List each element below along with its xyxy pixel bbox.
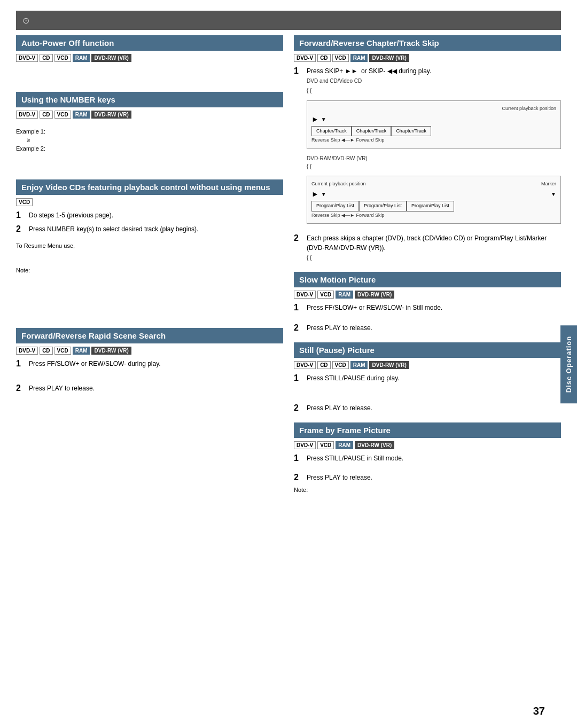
section-fwd-rev-skip: Forward/Reverse Chapter/Track Skip DVD-V… (294, 35, 561, 262)
tag-vcd-sm: VCD (317, 291, 334, 299)
page-number: 37 (533, 705, 545, 717)
step-num-skip1: 1 (294, 66, 302, 76)
track-cell-r2: Program/Play List (359, 201, 407, 212)
fwd-rev-search-tags: DVD-V CD VCD RAM DVD-RW (VR) (16, 347, 283, 355)
tag-vcd3: VCD (16, 198, 33, 206)
step-text-fbf2: Press PLAY to release. (307, 473, 561, 482)
auto-power-off-header: Auto-Power Off function (16, 35, 283, 51)
still-pause-tags: DVD-V CD VCD RAM DVD-RW (VR) (294, 361, 561, 369)
right-column: Forward/Reverse Chapter/Track Skip DVD-V… (294, 35, 561, 503)
step-text-still2: Press PLAY to release. (307, 403, 561, 413)
marker-label: Marker (541, 181, 556, 188)
step-2-skip: 2 Each press skips a chapter (DVD), trac… (294, 233, 561, 262)
step-num-1: 1 (16, 210, 25, 220)
tag-ram-sm: RAM (336, 291, 353, 299)
play-arrow2: ► (311, 189, 319, 200)
section-enjoy-vcd: Enjoy Video CDs featuring playback contr… (16, 179, 283, 318)
step-num-still2: 2 (294, 403, 302, 413)
tag-ram-fbf: RAM (336, 441, 353, 449)
tag-cd3: CD (40, 347, 52, 355)
tag-ram2: RAM (73, 111, 90, 119)
enjoy-vcd-tags: VCD (16, 198, 283, 206)
tag-ram3: RAM (73, 347, 90, 355)
step-2-search: 2 Press PLAY to release. (16, 383, 283, 393)
tag-cd: CD (40, 54, 52, 62)
dvdram-sym: { { (307, 162, 561, 170)
top-bar-icon: ⊙ (22, 15, 29, 26)
tag-cd-r: CD (317, 54, 330, 62)
tag-dvdv2: DVD-V (16, 111, 38, 119)
section-fwd-rev-search: Forward/Reverse Rapid Scene Search DVD-V… (16, 328, 283, 393)
tag-dvdrw2: DVD-RW (VR) (91, 111, 131, 119)
track-cell-r3: Program/Play List (407, 201, 454, 212)
track-cell-1: Chapter/Track (311, 126, 352, 137)
tag-dvdv-r: DVD-V (294, 54, 316, 62)
step-num-fbf2: 2 (294, 473, 302, 482)
tag-dvdrw-r: DVD-RW (VR) (369, 54, 409, 62)
section-auto-power-off: Auto-Power Off function DVD-V CD VCD RAM… (16, 35, 283, 82)
tag-vcd-fbf: VCD (317, 441, 334, 449)
step2-sym: { { (307, 255, 311, 261)
current-pos-label2: Current playback position (311, 181, 366, 188)
track-row-dvd: Chapter/Track Chapter/Track Chapter/Trac… (311, 126, 556, 137)
frame-by-frame-header: Frame by Frame Picture (294, 422, 561, 438)
dvdram-skip-diagram: Current playback position Marker ► ▼ ▼ P… (307, 176, 561, 224)
tag-dvdrw-fbf: DVD-RW (VR) (355, 441, 394, 449)
reverse-fwd-label2: Reverse Skip ◀—► Forward Skip (311, 212, 556, 220)
tag-vcd2: VCD (54, 111, 71, 119)
step-1-search: 1 Press FF/SLOW+ or REW/SLOW- during pla… (16, 359, 283, 369)
step-2-slow: 2 Press PLAY to release. (294, 323, 561, 333)
tag-cd2: CD (40, 111, 52, 119)
step-1-slow: 1 Press FF/SLOW+ or REW/SLOW- in Still m… (294, 303, 561, 312)
auto-power-off-tags: DVD-V CD VCD RAM DVD-RW (VR) (16, 54, 283, 62)
note-label: Note: (16, 267, 283, 273)
step-1-fbf: 1 Press STILL/PAUSE in Still mode. (294, 453, 561, 463)
dvdram-label: DVD-RAM/DVD-RW (VR) (307, 154, 561, 162)
reverse-fwd-label: Reverse Skip ◀—► Forward Skip (311, 137, 556, 144)
track-cell-r1: Program/Play List (311, 201, 359, 212)
tag-vcd-r: VCD (332, 54, 349, 62)
position-arrow: ▼ (321, 115, 326, 123)
tag-dvdrw-sm: DVD-RW (VR) (355, 291, 394, 299)
slow-motion-header: Slow Motion Picture (294, 272, 561, 287)
step-num-fbf1: 1 (294, 453, 302, 463)
tag-dvdrw-sp: DVD-RW (VR) (369, 361, 409, 369)
page: ⊙ Auto-Power Off function DVD-V CD VCD R… (0, 0, 577, 728)
tag-vcd4: VCD (54, 347, 71, 355)
number-keys-tags: DVD-V CD VCD RAM DVD-RW (VR) (16, 111, 283, 119)
top-bar: ⊙ (16, 11, 561, 30)
step-num-2: 2 (16, 224, 25, 234)
main-content: Auto-Power Off function DVD-V CD VCD RAM… (16, 35, 561, 503)
tag-ram-sp: RAM (350, 361, 368, 369)
section-frame-by-frame: Frame by Frame Picture DVD-V VCD RAM DVD… (294, 422, 561, 493)
step-1-still: 1 Press STILL/PAUSE during play. (294, 373, 561, 383)
position-arrow2: ▼ (321, 190, 326, 198)
tag-vcd: VCD (54, 54, 71, 62)
step-text-fbf1: Press STILL/PAUSE in Still mode. (307, 453, 561, 463)
marker-arrow: ▼ (551, 190, 556, 198)
example-symbol: ≥ (27, 137, 283, 143)
section-still-pause: Still (Pause) Picture DVD-V CD VCD RAM D… (294, 342, 561, 413)
step-text-s1: Press FF/SLOW+ or REW/SLOW- during play. (29, 359, 283, 369)
example1-label: Example 1: (16, 128, 283, 135)
step-text-slow2: Press PLAY to release. (307, 323, 561, 333)
fwd-rev-search-header: Forward/Reverse Rapid Scene Search (16, 328, 283, 343)
step-2-enjoy: 2 Press NUMBER key(s) to select desired … (16, 224, 283, 234)
tag-cd-sp: CD (317, 361, 330, 369)
step-num-slow2: 2 (294, 323, 302, 333)
step-1-skip: 1 Press SKIP+ ►► or SKIP- ◀◀ during play… (294, 66, 561, 229)
section-number-keys: Using the NUMBER keys DVD-V CD VCD RAM D… (16, 92, 283, 170)
step-text-1: Do steps 1-5 (previous page). (29, 210, 283, 220)
tag-dvdv3: DVD-V (16, 347, 38, 355)
step-1-enjoy: 1 Do steps 1-5 (previous page). (16, 210, 283, 220)
sub-text-skip1: DVD and CD/Video CD (307, 78, 362, 84)
tag-dvdv-sp: DVD-V (294, 361, 316, 369)
fwd-rev-skip-header: Forward/Reverse Chapter/Track Skip (294, 35, 561, 51)
fwd-rev-skip-tags: DVD-V CD VCD RAM DVD-RW (VR) (294, 54, 561, 62)
sub-sym-skip1: { { (307, 88, 311, 93)
still-pause-header: Still (Pause) Picture (294, 342, 561, 358)
play-arrow: ► (311, 114, 319, 125)
current-pos-label: Current playback position (311, 105, 556, 113)
step-num-skip2: 2 (294, 233, 302, 243)
step-text-s2: Press PLAY to release. (29, 383, 283, 393)
